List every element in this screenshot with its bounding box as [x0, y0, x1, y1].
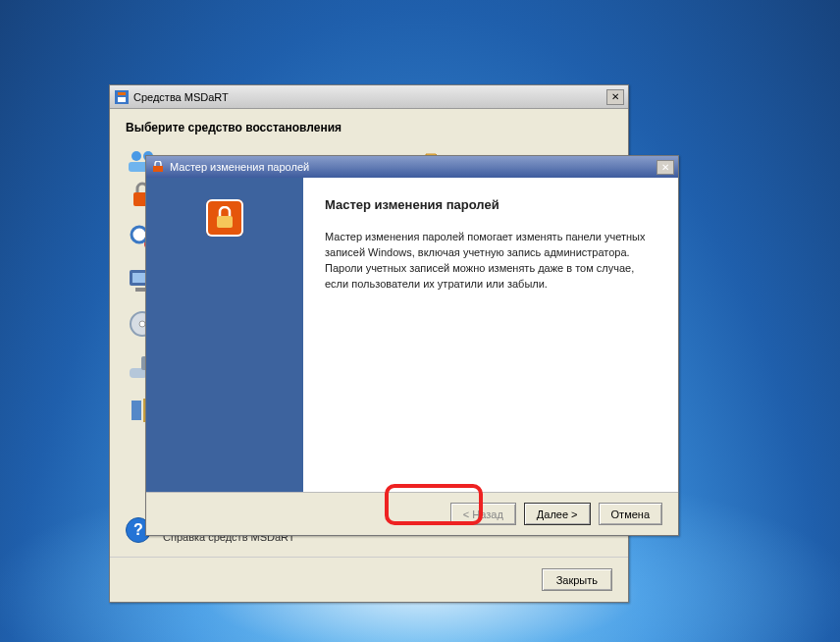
msdart-close-button[interactable]: ✕	[606, 89, 624, 105]
wizard-title: Мастер изменения паролей	[170, 161, 309, 173]
wizard-sidebar-lock-icon	[206, 199, 243, 237]
wizard-lock-icon	[150, 159, 166, 175]
svg-point-3	[131, 151, 141, 161]
msdart-app-icon	[114, 89, 130, 105]
wizard-body-text: Мастер изменения паролей помогает изменя…	[325, 230, 656, 293]
msdart-title: Средства MSDaRT	[133, 91, 229, 103]
wizard-sidebar	[146, 178, 303, 492]
msdart-close-footer-button[interactable]: Закрыть	[542, 568, 612, 591]
svg-rect-21	[153, 166, 163, 172]
close-icon: ✕	[661, 162, 669, 173]
wizard-titlebar[interactable]: Мастер изменения паролей ✕	[146, 156, 678, 178]
svg-rect-1	[118, 92, 126, 95]
wizard-close-button[interactable]: ✕	[656, 160, 674, 175]
wizard-cancel-button[interactable]: Отмена	[599, 503, 662, 525]
wizard-window: Мастер изменения паролей ✕ Мастер измене…	[145, 155, 679, 536]
msdart-heading: Выберите средство восстановления	[126, 121, 612, 134]
svg-rect-22	[217, 216, 233, 228]
msdart-titlebar[interactable]: Средства MSDaRT ✕	[110, 85, 628, 109]
wizard-heading: Мастер изменения паролей	[325, 197, 656, 212]
wizard-content: Мастер изменения паролей Мастер изменени…	[303, 178, 678, 492]
svg-rect-18	[131, 401, 141, 420]
svg-rect-2	[118, 97, 126, 102]
close-icon: ✕	[611, 91, 619, 102]
wizard-footer: < Назад Далее > Отмена	[146, 492, 678, 535]
wizard-next-button[interactable]: Далее >	[524, 503, 591, 525]
wizard-back-button: < Назад	[450, 503, 516, 525]
svg-rect-13	[135, 288, 145, 292]
